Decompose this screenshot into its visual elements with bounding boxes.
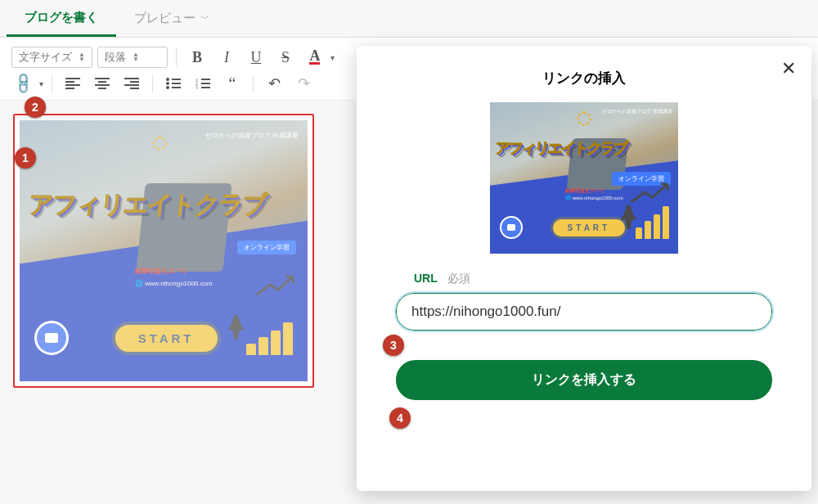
selected-image[interactable]: ゼロからの資産ブログ 作成講座 アフィリエイトクラブ オンライン学習 副業収益化…	[20, 120, 308, 381]
url-field-label: URL 必須	[414, 272, 789, 286]
redo-button[interactable]: ↷	[291, 72, 316, 95]
step-badge-1: 1	[15, 147, 36, 169]
banner-tagline: ゼロからの資産ブログ 作成講座	[602, 108, 672, 115]
link-button[interactable]: 🔗	[11, 72, 36, 95]
url-label-text: URL	[414, 272, 438, 285]
align-left-icon	[65, 78, 80, 89]
runner-icon	[228, 315, 245, 340]
arrow-up-icon	[630, 181, 671, 205]
banner-red1: 副業収益化ズバリ	[565, 187, 605, 195]
block-format-select[interactable]: 段落 ▲▼	[97, 47, 168, 68]
step-badge-2: 2	[25, 97, 46, 118]
separator	[52, 74, 52, 92]
blockquote-button[interactable]: “	[220, 72, 245, 95]
camera-icon	[34, 321, 69, 355]
block-format-label: 段落	[105, 50, 126, 65]
insert-link-button[interactable]: リンクを挿入する	[396, 360, 772, 400]
chevron-down-icon: ﹀	[200, 12, 209, 25]
gear-icon	[152, 136, 167, 151]
bold-button[interactable]: B	[185, 46, 209, 69]
step-badge-4: 4	[389, 407, 411, 429]
underline-button[interactable]: U	[244, 46, 268, 69]
tab-write-label: ブログを書く	[25, 10, 98, 25]
banner-tagline: ゼロからの資産ブログ 作成講座	[205, 131, 299, 140]
text-color-button[interactable]: A	[303, 46, 327, 69]
banner-red2: 🌐 www.nihongo1000.com	[135, 280, 213, 287]
affiliate-banner: ゼロからの資産ブログ 作成講座 アフィリエイトクラブ オンライン学習 副業収益化…	[20, 120, 308, 381]
link-preview-image: ゼロからの資産ブログ 作成講座 アフィリエイトクラブ オンライン学習 副業収益化…	[490, 102, 678, 254]
bullet-list-icon	[166, 78, 181, 89]
align-right-button[interactable]	[119, 72, 144, 95]
separator	[253, 74, 254, 92]
text-color-dropdown[interactable]: ▾	[330, 53, 335, 62]
camera-icon	[500, 216, 523, 239]
tab-preview-label: プレビュー	[134, 11, 196, 26]
undo-button[interactable]: ↶	[262, 72, 286, 95]
align-center-icon	[95, 78, 110, 89]
required-label: 必須	[447, 272, 470, 285]
url-input[interactable]	[396, 293, 772, 331]
svg-point-13	[166, 82, 169, 85]
separator	[176, 48, 177, 66]
tab-preview[interactable]: プレビュー ﹀	[116, 0, 227, 37]
font-size-select[interactable]: 文字サイズ ▲▼	[11, 47, 92, 68]
banner-start-button: START	[551, 217, 628, 239]
close-icon: ✕	[781, 58, 796, 79]
banner-red1: 副業収益化ズバリ	[135, 267, 187, 276]
selected-image-frame[interactable]: ゼロからの資産ブログ 作成講座 アフィリエイトクラブ オンライン学習 副業収益化…	[13, 114, 314, 388]
strikethrough-button[interactable]: S	[273, 46, 298, 69]
affiliate-banner: ゼロからの資産ブログ 作成講座 アフィリエイトクラブ オンライン学習 副業収益化…	[490, 102, 678, 254]
step-badge-3: 3	[383, 335, 404, 356]
gear-icon	[577, 111, 591, 126]
link-icon: 🔗	[11, 70, 36, 96]
close-button[interactable]: ✕	[775, 56, 802, 82]
bar-chart-icon	[636, 206, 669, 239]
banner-title: アフィリエイトクラブ	[495, 138, 628, 158]
arrow-up-icon	[255, 273, 296, 298]
modal-title: リンクの挿入	[380, 69, 789, 88]
tab-write-blog[interactable]: ブログを書く	[7, 0, 116, 37]
stepper-icon: ▲▼	[133, 52, 139, 62]
align-center-button[interactable]	[90, 72, 115, 95]
svg-text:3: 3	[196, 86, 198, 89]
bullet-list-button[interactable]	[161, 72, 186, 95]
bar-chart-icon	[246, 322, 293, 355]
numbered-list-icon: 123	[196, 78, 210, 89]
align-right-icon	[124, 78, 139, 89]
insert-link-modal: ✕ リンクの挿入 ゼロからの資産ブログ 作成講座 アフィリエイトクラブ オンライ…	[357, 46, 811, 491]
font-size-label: 文字サイズ	[19, 50, 72, 65]
numbered-list-button[interactable]: 123	[191, 72, 215, 95]
svg-point-14	[166, 86, 169, 89]
banner-chip: オンライン学習	[237, 241, 296, 254]
banner-title: アフィリエイトクラブ	[26, 188, 267, 222]
banner-start-button: START	[112, 322, 221, 355]
svg-point-12	[166, 78, 169, 81]
insert-link-label: リンクを挿入する	[532, 372, 636, 386]
tab-bar: ブログを書く プレビュー ﹀	[0, 0, 818, 38]
stepper-icon: ▲▼	[79, 52, 85, 62]
italic-button[interactable]: I	[214, 46, 239, 69]
separator	[152, 74, 153, 92]
banner-red2: 🌐 www.nihongo1000.com	[565, 195, 623, 200]
link-dropdown[interactable]: ▾	[39, 79, 43, 88]
align-left-button[interactable]	[61, 72, 85, 95]
